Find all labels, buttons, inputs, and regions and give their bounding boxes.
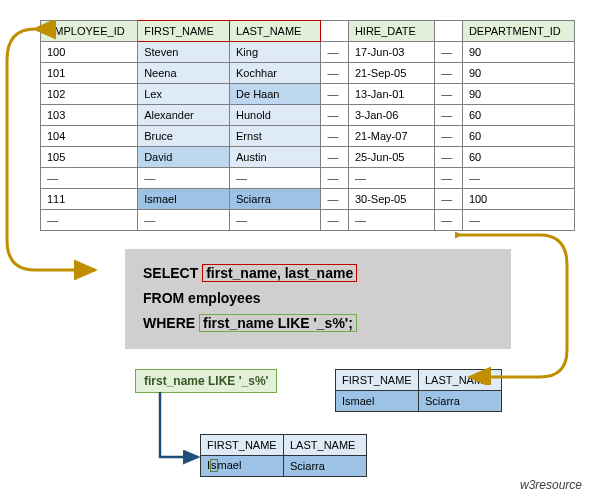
table-cell [321,189,349,210]
table-cell [435,189,463,210]
table-cell [41,168,138,189]
result-table-2: FIRST_NAME LAST_NAME Ismael Sciarra [200,434,367,477]
table-cell: Kochhar [230,63,321,84]
table-cell: Austin [230,147,321,168]
sql-from: FROM employees [143,286,493,311]
table-cell: Steven [138,42,230,63]
table-cell [321,168,349,189]
table-cell: 101 [41,63,138,84]
header-last-name: LAST_NAME [230,21,321,42]
employees-table: EMPLOYEE_ID FIRST_NAME LAST_NAME HIRE_DA… [40,20,575,231]
table-cell [138,210,230,231]
table-row: 102LexDe Haan13-Jan-0190 [41,84,575,105]
table-cell [230,168,321,189]
result-area: first_name LIKE '_s%' FIRST_NAME LAST_NA… [25,369,575,499]
table-cell [321,42,349,63]
sql-select: SELECT [143,265,198,281]
result2-header-fn: FIRST_NAME [201,434,284,455]
sql-columns: first_name, last_name [202,264,357,282]
header-employee-id: EMPLOYEE_ID [41,21,138,42]
table-cell [435,84,463,105]
result1-ln: Sciarra [419,390,502,411]
table-cell [138,168,230,189]
table-cell [435,147,463,168]
header-gap [321,21,349,42]
table-cell: 103 [41,105,138,126]
table-cell: 60 [462,105,574,126]
table-cell: 60 [462,126,574,147]
table-cell: 100 [462,189,574,210]
table-row: 105DavidAustin25-Jun-0560 [41,147,575,168]
table-cell: 105 [41,147,138,168]
table-cell: Lex [138,84,230,105]
table-row: 111IsmaelSciarra30-Sep-05100 [41,189,575,210]
table-cell [462,168,574,189]
table-cell: 60 [462,147,574,168]
table-cell: Hunold [230,105,321,126]
table-cell: 100 [41,42,138,63]
result1-header-fn: FIRST_NAME [336,369,419,390]
table-cell: 21-Sep-05 [348,63,434,84]
table-cell: Sciarra [230,189,321,210]
table-cell: Neena [138,63,230,84]
table-cell: Ismael [138,189,230,210]
header-first-name: FIRST_NAME [138,21,230,42]
table-cell [435,42,463,63]
table-cell: 90 [462,42,574,63]
header-department-id: DEPARTMENT_ID [462,21,574,42]
table-cell [41,210,138,231]
table-cell: 104 [41,126,138,147]
table-cell: De Haan [230,84,321,105]
table-cell: Alexander [138,105,230,126]
table-cell: 111 [41,189,138,210]
result2-header-ln: LAST_NAME [284,434,367,455]
table-row [41,168,575,189]
table-cell: 13-Jan-01 [348,84,434,105]
table-cell: 25-Jun-05 [348,147,434,168]
table-cell: 102 [41,84,138,105]
table-cell [435,168,463,189]
table-cell: David [138,147,230,168]
result1-fn: Ismael [336,390,419,411]
table-cell [321,63,349,84]
table-cell: Bruce [138,126,230,147]
table-cell [435,105,463,126]
table-cell [321,84,349,105]
table-cell [348,210,434,231]
table-cell [462,210,574,231]
table-cell [348,168,434,189]
table-cell: Ernst [230,126,321,147]
table-cell: 30-Sep-05 [348,189,434,210]
table-cell [321,147,349,168]
table-cell: 21-May-07 [348,126,434,147]
table-row [41,210,575,231]
table-cell [230,210,321,231]
table-cell [321,105,349,126]
table-cell: 17-Jun-03 [348,42,434,63]
table-row: 101NeenaKochhar21-Sep-0590 [41,63,575,84]
result-table-1: FIRST_NAME LAST_NAME Ismael Sciarra [335,369,502,412]
table-cell: 90 [462,84,574,105]
sql-where: WHERE [143,315,195,331]
table-cell [321,126,349,147]
highlighted-letter: s [210,459,218,472]
sql-condition: first_name LIKE '_s%'; [199,314,357,332]
table-row: 104BruceErnst21-May-0760 [41,126,575,147]
table-row: 100StevenKing17-Jun-0390 [41,42,575,63]
header-hire-date: HIRE_DATE [348,21,434,42]
table-cell [321,210,349,231]
table-cell [435,210,463,231]
table-cell: King [230,42,321,63]
condition-label: first_name LIKE '_s%' [135,369,277,393]
result2-fn: Ismael [201,455,284,476]
header-gap [435,21,463,42]
table-row: 103AlexanderHunold3-Jan-0660 [41,105,575,126]
sql-query-box: SELECT first_name, last_name FROM employ… [125,249,511,349]
result1-header-ln: LAST_NAME [419,369,502,390]
table-cell: 3-Jan-06 [348,105,434,126]
table-cell [435,63,463,84]
result2-ln: Sciarra [284,455,367,476]
attribution: w3resource [520,478,582,492]
table-cell: 90 [462,63,574,84]
table-cell [435,126,463,147]
